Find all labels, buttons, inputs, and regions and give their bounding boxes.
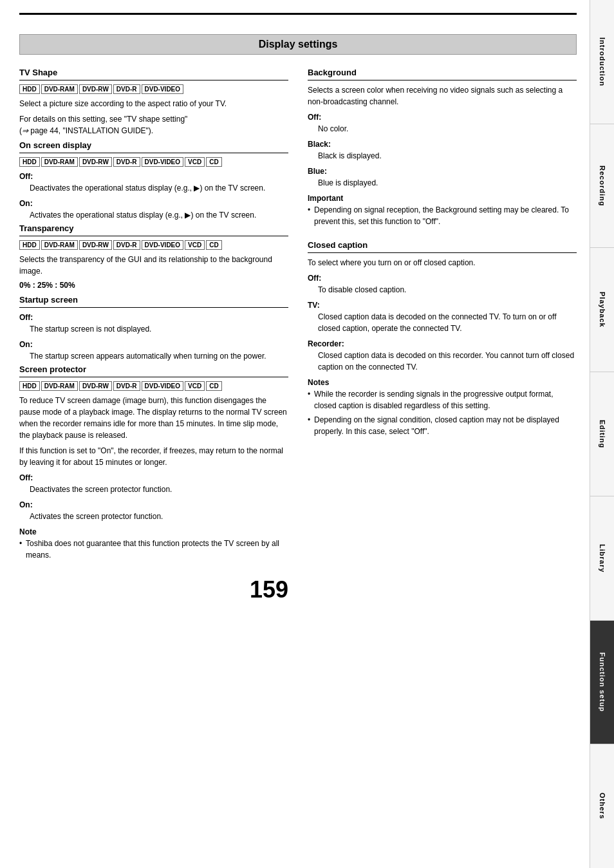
notes-title: Notes: [308, 378, 577, 387]
tv-shape-text2: For details on this setting, see "TV sha…: [19, 113, 288, 137]
page-number: 159: [250, 576, 288, 603]
tv-shape-section: TV Shape HDD DVD-RAM DVD-RW DVD-R DVD-VI…: [19, 68, 288, 137]
screen-protector-section: Screen protector HDD DVD-RAM DVD-RW DVD-…: [19, 364, 288, 561]
badge-vcd: VCD: [185, 381, 205, 391]
sidebar-tab-editing[interactable]: Editing: [590, 372, 614, 496]
osd-off-def: Deactivates the operational status displ…: [19, 182, 288, 194]
badge-dvdram: DVD-RAM: [41, 157, 78, 167]
divider: [19, 153, 288, 153]
screen-protector-title: Screen protector: [19, 364, 288, 374]
badge-vcd: VCD: [185, 157, 205, 167]
divider: [308, 80, 577, 80]
bg-black-def: Black is displayed.: [308, 150, 577, 162]
page-number-area: 159: [19, 563, 288, 603]
sp-off-term: Off:: [19, 473, 288, 482]
background-important: Important Depending on signal reception,…: [308, 194, 577, 227]
startup-on-def: The startup screen appears automatically…: [19, 350, 288, 362]
startup-off-term: Off:: [19, 313, 288, 322]
bg-black-term: Black:: [308, 140, 577, 149]
sp-off-def: Deactivates the screen protector functio…: [19, 484, 288, 495]
cc-tv-term: TV:: [308, 301, 577, 310]
note-title: Note: [19, 527, 288, 536]
screen-protector-badges: HDD DVD-RAM DVD-RW DVD-R DVD-VIDEO VCD C…: [19, 381, 288, 391]
divider: [19, 236, 288, 236]
osd-on-def: Activates the operational status display…: [19, 209, 288, 221]
closed-caption-notes: Notes While the recorder is sending sign…: [308, 378, 577, 437]
screen-protector-note: Note Toshiba does not guarantee that thi…: [19, 527, 288, 561]
sidebar-tab-recording[interactable]: Recording: [590, 124, 614, 249]
startup-off-def: The startup screen is not displayed.: [19, 323, 288, 335]
bg-blue-term: Blue:: [308, 167, 577, 176]
sidebar-tab-editing-label: Editing: [599, 420, 606, 448]
transparency-section: Transparency HDD DVD-RAM DVD-RW DVD-R DV…: [19, 223, 288, 290]
badge-dvdr: DVD-R: [113, 381, 140, 391]
right-column: Background Selects a screen color when r…: [308, 68, 577, 603]
badge-dvdvideo: DVD-VIDEO: [142, 84, 184, 94]
transparency-badges: HDD DVD-RAM DVD-RW DVD-R DVD-VIDEO VCD C…: [19, 240, 288, 250]
badge-hdd: HDD: [19, 381, 40, 391]
sidebar-tab-function-setup[interactable]: Function setup: [590, 621, 614, 745]
divider: [19, 307, 288, 308]
badge-dvdvideo: DVD-VIDEO: [142, 240, 184, 250]
badge-vcd: VCD: [185, 240, 205, 250]
sidebar-tab-introduction[interactable]: Introduction: [590, 0, 614, 124]
bg-blue-def: Blue is displayed.: [308, 177, 577, 189]
page-container: Display settings TV Shape HDD DVD-RAM DV…: [0, 0, 614, 868]
cc-recorder-term: Recorder:: [308, 339, 577, 348]
startup-on-term: On:: [19, 340, 288, 349]
main-content: Display settings TV Shape HDD DVD-RAM DV…: [0, 0, 590, 868]
badge-dvdvideo: DVD-VIDEO: [142, 381, 184, 391]
note-item-2: Depending on the signal condition, close…: [308, 414, 577, 437]
cc-recorder-def: Closed caption data is decoded on this r…: [308, 350, 577, 373]
background-title: Background: [308, 68, 577, 77]
osd-on-term: On:: [19, 199, 288, 208]
sidebar-tab-recording-label: Recording: [599, 165, 606, 206]
badge-dvdrw: DVD-RW: [79, 381, 112, 391]
transparency-percent: 0% : 25% : 50%: [19, 281, 288, 290]
badge-dvdram: DVD-RAM: [41, 381, 78, 391]
section-header: Display settings: [19, 34, 577, 55]
divider: [308, 252, 577, 253]
cc-tv-def: Closed caption data is decoded on the co…: [308, 311, 577, 334]
left-column: TV Shape HDD DVD-RAM DVD-RW DVD-R DVD-VI…: [19, 68, 288, 603]
closed-caption-title: Closed caption: [308, 240, 577, 250]
badge-dvdram: DVD-RAM: [41, 240, 78, 250]
closed-caption-text: To select where you turn on or off close…: [308, 257, 577, 269]
background-section: Background Selects a screen color when r…: [308, 68, 577, 227]
startup-screen-title: Startup screen: [19, 295, 288, 305]
divider: [19, 377, 288, 377]
closed-caption-section: Closed caption To select where you turn …: [308, 240, 577, 437]
sidebar-tab-others[interactable]: Others: [590, 744, 614, 868]
background-text: Selects a screen color when receiving no…: [308, 84, 577, 108]
sidebar-tab-playback-label: Playback: [599, 292, 606, 328]
badge-dvdr: DVD-R: [113, 157, 140, 167]
sidebar-tab-function-setup-label: Function setup: [599, 652, 606, 712]
badge-dvdvideo: DVD-VIDEO: [142, 157, 184, 167]
badge-dvdram: DVD-RAM: [41, 84, 78, 94]
sidebar-tab-playback[interactable]: Playback: [590, 248, 614, 372]
on-screen-display-section: On screen display HDD DVD-RAM DVD-RW DVD…: [19, 140, 288, 221]
right-sidebar: Introduction Recording Playback Editing …: [590, 0, 614, 868]
cc-off-term: Off:: [308, 274, 577, 283]
transparency-text: Selects the transparency of the GUI and …: [19, 254, 288, 277]
sidebar-tab-library[interactable]: Library: [590, 496, 614, 621]
badge-dvdr: DVD-R: [113, 240, 140, 250]
page-title: Display settings: [259, 39, 338, 50]
badge-cd: CD: [206, 240, 221, 250]
osd-badges: HDD DVD-RAM DVD-RW DVD-R DVD-VIDEO VCD C…: [19, 157, 288, 167]
important-item: Depending on signal reception, the Backg…: [308, 204, 577, 227]
badge-cd: CD: [206, 381, 221, 391]
sp-on-def: Activates the screen protector function.: [19, 511, 288, 522]
badge-cd: CD: [206, 157, 221, 167]
note-item: Toshiba does not guarantee that this fun…: [19, 538, 288, 561]
badge-dvdrw: DVD-RW: [79, 84, 112, 94]
divider: [19, 80, 288, 80]
transparency-title: Transparency: [19, 223, 288, 233]
osd-off-term: Off:: [19, 172, 288, 181]
sp-on-term: On:: [19, 500, 288, 509]
badge-dvdrw: DVD-RW: [79, 157, 112, 167]
sidebar-tab-others-label: Others: [599, 793, 606, 819]
on-screen-display-title: On screen display: [19, 140, 288, 150]
bg-off-def: No color.: [308, 123, 577, 135]
badge-dvdr: DVD-R: [113, 84, 140, 94]
